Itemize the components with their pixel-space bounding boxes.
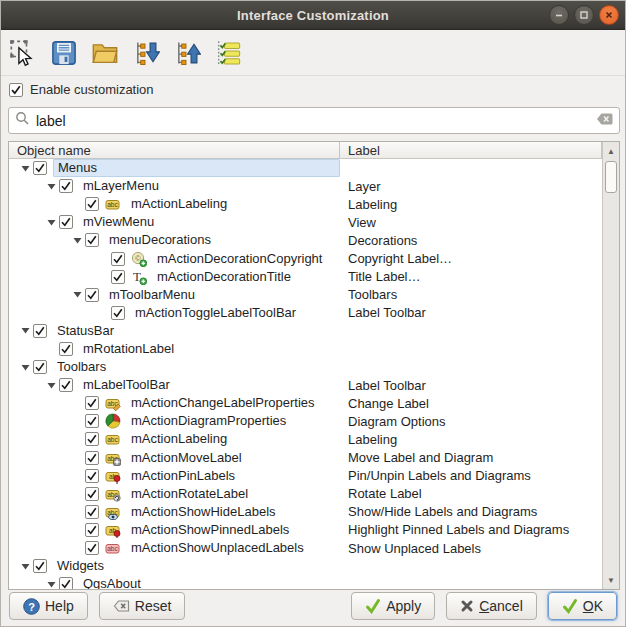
label-cell: Layer bbox=[340, 179, 602, 194]
tree-row[interactable]: abcmActionMoveLabelMove Label and Diagra… bbox=[9, 449, 602, 467]
open-button[interactable] bbox=[88, 36, 122, 70]
tree-row[interactable]: mViewMenuView bbox=[9, 213, 602, 231]
expand-arrow-icon[interactable] bbox=[43, 218, 59, 227]
expand-arrow-icon[interactable] bbox=[17, 562, 33, 571]
expand-arrow-icon[interactable] bbox=[69, 290, 85, 299]
label-cell: Title Label… bbox=[340, 269, 602, 284]
row-checkbox[interactable] bbox=[111, 252, 125, 266]
tree-row[interactable]: menuDecorationsDecorations bbox=[9, 231, 602, 249]
row-checkbox[interactable] bbox=[33, 559, 47, 573]
row-checkbox[interactable] bbox=[85, 541, 99, 555]
object-name-text: menuDecorations bbox=[105, 232, 215, 248]
row-checkbox[interactable] bbox=[85, 432, 99, 446]
show-unplaced-labels-icon: abc bbox=[105, 540, 121, 556]
tree-row[interactable]: mRotationLabel bbox=[9, 340, 602, 358]
expand-arrow-icon[interactable] bbox=[43, 381, 59, 390]
label-cell: Show Unplaced Labels bbox=[340, 541, 602, 556]
row-checkbox[interactable] bbox=[85, 197, 99, 211]
row-checkbox[interactable] bbox=[33, 324, 47, 338]
label-cell: Highlight Pinned Labels and Diagrams bbox=[340, 522, 602, 537]
row-checkbox[interactable] bbox=[111, 270, 125, 284]
clear-icon[interactable] bbox=[596, 112, 613, 130]
expand-arrow-icon[interactable] bbox=[17, 363, 33, 372]
row-checkbox[interactable] bbox=[59, 179, 73, 193]
expand-arrow-icon[interactable] bbox=[17, 164, 33, 173]
scrollbar-thumb[interactable] bbox=[605, 161, 617, 193]
object-name-cell: mActionDiagramProperties bbox=[9, 412, 340, 430]
column-header-object-name[interactable]: Object name bbox=[9, 142, 340, 159]
expand-arrow-icon[interactable] bbox=[17, 326, 33, 335]
maximize-icon[interactable] bbox=[574, 5, 594, 25]
row-checkbox[interactable] bbox=[59, 378, 73, 392]
tree-row[interactable]: abcmActionShowHideLabelsShow/Hide Labels… bbox=[9, 503, 602, 521]
expand-arrow-icon[interactable] bbox=[69, 236, 85, 245]
apply-button[interactable]: Apply bbox=[351, 592, 435, 620]
tree-row[interactable]: Menus bbox=[9, 159, 602, 177]
expand-all-button[interactable] bbox=[129, 36, 163, 70]
row-checkbox[interactable] bbox=[85, 523, 99, 537]
row-checkbox[interactable] bbox=[85, 469, 99, 483]
tree-row[interactable]: abcmActionChangeLabelPropertiesChange La… bbox=[9, 394, 602, 412]
row-checkbox[interactable] bbox=[33, 161, 47, 175]
row-checkbox[interactable] bbox=[85, 414, 99, 428]
tree-row[interactable]: abmActionShowPinnedLabelsHighlight Pinne… bbox=[9, 521, 602, 539]
tree-row[interactable]: abcmActionLabelingLabeling bbox=[9, 195, 602, 213]
close-icon[interactable] bbox=[599, 5, 619, 25]
minimize-icon[interactable] bbox=[549, 5, 569, 25]
scroll-up-icon[interactable]: ▲ bbox=[603, 143, 619, 159]
expand-arrow-icon[interactable] bbox=[43, 182, 59, 191]
row-checkbox[interactable] bbox=[85, 505, 99, 519]
object-name-text: mActionShowHideLabels bbox=[127, 504, 280, 520]
window-title: Interface Customization bbox=[237, 8, 389, 23]
tree-row[interactable]: mToolbarMenuToolbars bbox=[9, 286, 602, 304]
tree-row[interactable]: StatusBar bbox=[9, 322, 602, 340]
save-button[interactable] bbox=[47, 36, 81, 70]
object-name-text: mActionLabeling bbox=[127, 196, 231, 212]
row-checkbox[interactable] bbox=[85, 451, 99, 465]
expand-arrow-icon[interactable] bbox=[43, 580, 59, 589]
search-input[interactable] bbox=[36, 113, 590, 129]
tree-row[interactable]: Toolbars bbox=[9, 358, 602, 376]
tree-row[interactable]: TmActionDecorationTitleTitle Label… bbox=[9, 268, 602, 286]
label-cell: Pin/Unpin Labels and Diagrams bbox=[340, 468, 602, 483]
row-checkbox[interactable] bbox=[59, 215, 73, 229]
cancel-button[interactable]: Cancel bbox=[446, 592, 537, 620]
tree-row[interactable]: abmActionPinLabelsPin/Unpin Labels and D… bbox=[9, 467, 602, 485]
scroll-down-icon[interactable]: ▼ bbox=[603, 572, 619, 588]
collapse-all-button[interactable] bbox=[170, 36, 204, 70]
tree-row[interactable]: mActionDiagramPropertiesDiagram Options bbox=[9, 412, 602, 430]
tree-row[interactable]: mActionToggleLabelToolBarLabel Toolbar bbox=[9, 304, 602, 322]
row-checkbox[interactable] bbox=[33, 360, 47, 374]
copyright-icon: © bbox=[131, 251, 147, 267]
tree-row[interactable]: QgsAbout bbox=[9, 575, 602, 589]
column-header-label[interactable]: Label bbox=[340, 142, 602, 159]
widget-catcher-button[interactable] bbox=[6, 36, 40, 70]
vertical-scrollbar[interactable]: ▲ ▼ bbox=[602, 142, 619, 589]
reset-button[interactable]: Reset bbox=[99, 592, 186, 620]
label-cell: Labeling bbox=[340, 432, 602, 447]
tree-row[interactable]: Widgets bbox=[9, 557, 602, 575]
row-checkbox[interactable] bbox=[59, 342, 73, 356]
tree-row[interactable]: abcmActionLabelingLabeling bbox=[9, 430, 602, 448]
object-name-text: mActionDiagramProperties bbox=[127, 413, 290, 429]
row-checkbox[interactable] bbox=[85, 288, 99, 302]
row-checkbox[interactable] bbox=[85, 487, 99, 501]
label-cell: Rotate Label bbox=[340, 486, 602, 501]
tree-row[interactable]: ©mActionDecorationCopyrightCopyright Lab… bbox=[9, 249, 602, 267]
tree-row[interactable]: abcmActionRotateLabelRotate Label bbox=[9, 485, 602, 503]
row-checkbox[interactable] bbox=[59, 577, 73, 589]
row-checkbox[interactable] bbox=[85, 233, 99, 247]
titlebar[interactable]: Interface Customization bbox=[1, 1, 625, 30]
check-all-button[interactable] bbox=[211, 36, 245, 70]
enable-customization-checkbox[interactable] bbox=[9, 83, 23, 97]
object-name-cell: menuDecorations bbox=[9, 231, 340, 249]
labeling-icon: abc bbox=[105, 431, 121, 447]
tree-row[interactable]: mLayerMenuLayer bbox=[9, 177, 602, 195]
tree-row[interactable]: mLabelToolBarLabel Toolbar bbox=[9, 376, 602, 394]
row-checkbox[interactable] bbox=[85, 396, 99, 410]
row-checkbox[interactable] bbox=[111, 306, 125, 320]
object-name-text: mLabelToolBar bbox=[79, 377, 174, 393]
help-button[interactable]: ? Help bbox=[9, 592, 88, 620]
tree-row[interactable]: abcmActionShowUnplacedLabelsShow Unplace… bbox=[9, 539, 602, 557]
ok-button[interactable]: OK bbox=[548, 592, 617, 620]
